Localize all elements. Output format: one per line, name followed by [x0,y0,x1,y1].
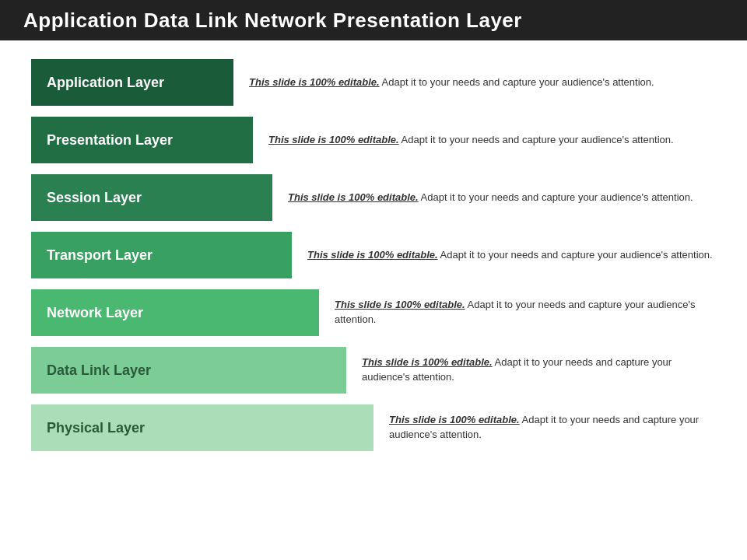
layer-row-transport: Transport LayerThis slide is 100% editab… [31,229,716,282]
layer-row-presentation: Presentation LayerThis slide is 100% edi… [31,114,716,166]
page-title: Application Data Link Network Presentati… [23,9,522,33]
layer-editable-label-network: This slide is 100% editable. [335,299,465,310]
layer-editable-label-physical: This slide is 100% editable. [389,414,520,425]
layer-row-datalink: Data Link LayerThis slide is 100% editab… [31,344,716,397]
layer-editable-label-presentation: This slide is 100% editable. [268,134,399,145]
layer-block-session: Session Layer [31,174,272,221]
layer-text-physical: This slide is 100% editable. Adapt it to… [374,413,716,443]
layer-editable-label-datalink: This slide is 100% editable. [362,356,493,368]
layer-text-session: This slide is 100% editable. Adapt it to… [272,191,716,205]
layer-text-datalink: This slide is 100% editable. Adapt it to… [346,355,716,385]
layer-description-session: Adapt it to your needs and capture your … [419,191,693,203]
layer-editable-label-transport: This slide is 100% editable. [307,249,438,261]
layer-block-presentation: Presentation Layer [31,117,253,163]
layer-row-application: Application LayerThis slide is 100% edit… [31,56,716,109]
layer-block-application: Application Layer [31,59,233,106]
layer-text-network: This slide is 100% editable. Adapt it to… [319,298,716,327]
layer-description-transport: Adapt it to your needs and capture your … [438,249,713,261]
layer-editable-label-application: This slide is 100% editable. [249,76,380,88]
layer-description-presentation: Adapt it to your needs and capture your … [399,134,674,145]
header-bar: Application Data Link Network Presentati… [0,0,747,40]
layer-description-application: Adapt it to your needs and capture your … [380,76,654,88]
layer-text-application: This slide is 100% editable. Adapt it to… [233,75,716,90]
layer-block-datalink: Data Link Layer [31,347,346,394]
layer-row-physical: Physical LayerThis slide is 100% editabl… [31,401,716,454]
layer-block-transport: Transport Layer [31,232,292,278]
layer-text-transport: This slide is 100% editable. Adapt it to… [292,248,716,263]
layer-text-presentation: This slide is 100% editable. Adapt it to… [253,133,716,148]
layer-row-network: Network LayerThis slide is 100% editable… [31,286,716,339]
layer-row-session: Session LayerThis slide is 100% editable… [31,171,716,224]
layer-block-network: Network Layer [31,289,319,336]
layer-block-physical: Physical Layer [31,404,374,451]
layer-editable-label-session: This slide is 100% editable. [288,191,419,203]
main-content: Application LayerThis slide is 100% edit… [0,40,747,467]
